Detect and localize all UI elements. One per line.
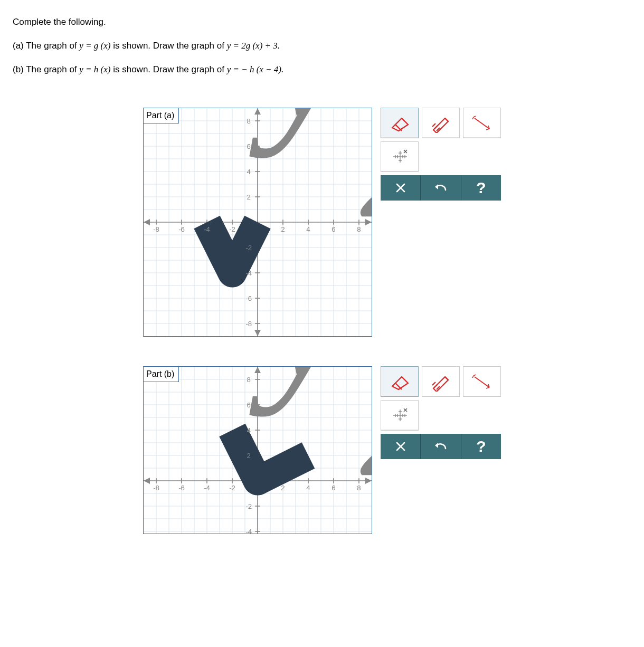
svg-text:8: 8: [357, 484, 361, 492]
svg-text:6: 6: [332, 225, 335, 233]
svg-text:2: 2: [247, 193, 250, 201]
svg-text:-4: -4: [245, 269, 252, 277]
svg-text:-4: -4: [204, 484, 210, 492]
svg-text:4: 4: [306, 225, 310, 233]
part-b-label: Part (b): [144, 367, 179, 382]
svg-marker-4: [254, 108, 261, 115]
part-b-given: y = h (x): [79, 64, 110, 74]
ray-tool[interactable]: [463, 366, 501, 397]
eraser-tool[interactable]: [381, 366, 419, 397]
svg-text:6: 6: [332, 484, 335, 492]
svg-line-38: [475, 118, 489, 129]
svg-marker-95: [435, 443, 438, 448]
help-button[interactable]: ?: [461, 434, 501, 459]
svg-text:6: 6: [247, 142, 250, 150]
svg-text:-8: -8: [245, 319, 252, 327]
svg-text:4: 4: [247, 426, 250, 434]
svg-marker-47: [435, 184, 438, 189]
svg-text:-6: -6: [178, 484, 185, 492]
svg-text:2: 2: [281, 484, 285, 492]
clear-button[interactable]: [381, 434, 421, 459]
svg-text:8: 8: [357, 225, 361, 233]
toolbox-b: ?: [381, 366, 501, 459]
part-b-target: y = − h (x − 4).: [227, 64, 284, 74]
grid-zoom-tool[interactable]: [381, 400, 419, 431]
svg-text:-2: -2: [245, 243, 252, 251]
svg-text:8: 8: [247, 117, 250, 125]
part-b-prompt: (b) The graph of y = h (x) is shown. Dra…: [13, 62, 631, 77]
help-button[interactable]: ?: [461, 175, 501, 201]
svg-marker-3: [144, 219, 150, 225]
graph-a-svg: -8 -6 -4 -2 2 4 6 8 8 6 4 2 -2 -4 -6 -8: [144, 108, 372, 336]
svg-text:4: 4: [306, 484, 310, 492]
part-a-given: y = g (x): [79, 41, 110, 51]
svg-text:-6: -6: [245, 294, 252, 302]
part-a-label: Part (a): [144, 108, 179, 123]
panel-part-b: Part (b): [143, 366, 501, 534]
svg-text:6: 6: [247, 401, 250, 408]
svg-text:-4: -4: [204, 225, 210, 233]
part-a-prompt: (a) The graph of y = g (x) is shown. Dra…: [13, 39, 631, 53]
grid-zoom-tool[interactable]: [381, 141, 419, 172]
svg-line-86: [475, 377, 489, 387]
x-axis-label: x: [360, 108, 372, 258]
question-text: Complete the following. (a) The graph of…: [13, 15, 631, 77]
svg-text:2: 2: [247, 451, 250, 459]
clear-button[interactable]: [381, 175, 421, 201]
graph-part-b[interactable]: Part (b): [143, 366, 372, 534]
svg-text:-8: -8: [153, 484, 159, 492]
graph-b-svg: -8 -6 -4 -2 2 4 6 8 8 6 4 2 -2 -4 y x: [144, 367, 372, 534]
undo-button[interactable]: [421, 175, 461, 201]
svg-marker-51: [144, 478, 150, 484]
pencil-tool[interactable]: [422, 108, 460, 138]
ray-tool[interactable]: [463, 108, 501, 138]
svg-marker-52: [254, 367, 261, 373]
toolbox-a: ?: [381, 108, 501, 201]
svg-text:-6: -6: [178, 225, 185, 233]
svg-text:-8: -8: [153, 225, 159, 233]
svg-text:-2: -2: [229, 225, 235, 233]
intro-text: Complete the following.: [13, 15, 631, 29]
svg-marker-5: [254, 330, 261, 336]
graph-part-a[interactable]: Part (a): [143, 108, 372, 337]
svg-text:8: 8: [247, 375, 250, 383]
pencil-tool[interactable]: [422, 366, 460, 397]
svg-text:4: 4: [247, 167, 250, 175]
undo-button[interactable]: [421, 434, 461, 459]
part-a-target: y = 2g (x) + 3.: [227, 41, 280, 51]
svg-text:-2: -2: [245, 502, 252, 510]
svg-text:-4: -4: [245, 527, 252, 534]
svg-text:-2: -2: [229, 484, 235, 492]
panel-part-a: Part (a): [143, 108, 501, 337]
svg-text:x: x: [360, 367, 372, 516]
eraser-tool[interactable]: [381, 108, 419, 138]
svg-text:2: 2: [281, 225, 285, 233]
